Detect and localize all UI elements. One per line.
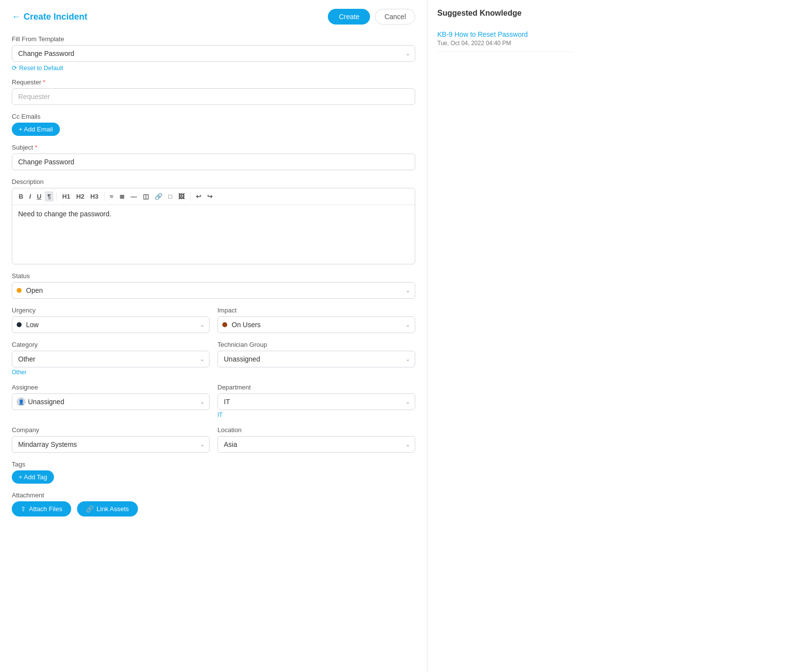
company-select[interactable]: Mindarray Systems <box>12 436 210 453</box>
urgency-select[interactable]: Low <box>12 316 210 333</box>
attachment-label: Attachment <box>12 491 415 499</box>
h3-button[interactable]: H3 <box>88 191 101 202</box>
template-select[interactable]: Change Password <box>12 45 415 62</box>
kb-date: Tue, Oct 04, 2022 04:40 PM <box>437 40 574 47</box>
redo-button[interactable]: ↪ <box>205 191 215 202</box>
hr-button[interactable]: — <box>128 191 139 202</box>
impact-label: Impact <box>217 307 415 314</box>
cc-emails-label: Cc Emails <box>12 113 415 120</box>
impact-section: Impact On Users ⌄ <box>217 307 415 333</box>
attachment-section: Attachment ⇧ Attach Files 🔗 Link Assets <box>12 491 415 517</box>
ol-button[interactable]: ≣ <box>117 191 127 202</box>
impact-select-wrapper: On Users ⌄ <box>217 316 415 333</box>
table-button[interactable]: ◫ <box>140 191 151 202</box>
back-link[interactable]: ← Create Incident <box>12 12 87 22</box>
status-dot <box>17 288 22 293</box>
assignee-department-row: Assignee Unassigned 👤 ⌄ Department IT ⌄ <box>12 384 415 418</box>
technician-group-label: Technician Group <box>217 341 415 348</box>
image-button[interactable]: 🖼 <box>176 191 187 202</box>
link-icon: 🔗 <box>86 505 94 513</box>
template-label: Fill From Template <box>12 35 415 43</box>
assignee-select-wrapper: Unassigned 👤 ⌄ <box>12 393 210 410</box>
h2-button[interactable]: H2 <box>74 191 87 202</box>
attach-icon: ⇧ <box>21 505 26 513</box>
category-hint: Other <box>12 369 210 376</box>
link-assets-button[interactable]: 🔗 Link Assets <box>77 501 138 517</box>
urgency-dot <box>17 322 22 327</box>
urgency-section: Urgency Low ⌄ <box>12 307 210 333</box>
kb-link[interactable]: KB-9 How to Reset Password <box>437 30 574 38</box>
undo-button[interactable]: ↩ <box>193 191 204 202</box>
location-select[interactable]: Asia <box>217 436 415 453</box>
link-button[interactable]: 🔗 <box>152 191 165 202</box>
technician-group-select[interactable]: Unassigned <box>217 351 415 367</box>
requester-label: Requester * <box>12 78 415 86</box>
tags-label: Tags <box>12 461 415 468</box>
department-select-wrapper: IT ⌄ <box>217 393 415 410</box>
add-email-button[interactable]: + Add Email <box>12 123 60 136</box>
page-title: Create Incident <box>24 12 87 22</box>
toolbar-sep-1 <box>56 192 57 201</box>
assignee-section: Assignee Unassigned 👤 ⌄ <box>12 384 210 418</box>
category-select-wrapper: Other ⌄ <box>12 351 210 367</box>
urgency-select-wrapper: Low ⌄ <box>12 316 210 333</box>
technician-group-select-wrapper: Unassigned ⌄ <box>217 351 415 367</box>
assignee-select[interactable]: Unassigned <box>12 393 210 410</box>
category-label: Category <box>12 341 210 348</box>
subject-input[interactable] <box>12 154 415 170</box>
status-section: Status Open ⌄ <box>12 272 415 299</box>
status-label: Status <box>12 272 415 280</box>
technician-group-section: Technician Group Unassigned ⌄ <box>217 341 415 376</box>
requester-section: Requester * <box>12 78 415 105</box>
ul-button[interactable]: ≡ <box>107 191 116 202</box>
impact-dot <box>222 322 227 327</box>
impact-select[interactable]: On Users <box>217 316 415 333</box>
add-tag-button[interactable]: + Add Tag <box>12 470 54 484</box>
description-label: Description <box>12 178 415 185</box>
description-section: Description B I U ¶ H1 H2 H3 ≡ ≣ — ◫ 🔗 <box>12 178 415 264</box>
company-section: Company Mindarray Systems ⌄ <box>12 426 210 453</box>
italic-button[interactable]: I <box>27 191 33 202</box>
paragraph-button[interactable]: ¶ <box>45 191 53 202</box>
category-techgroup-row: Category Other ⌄ Other Technician Group … <box>12 341 415 376</box>
back-arrow-icon: ← <box>12 12 21 22</box>
status-select-wrapper: Open ⌄ <box>12 282 415 299</box>
cancel-button[interactable]: Cancel <box>375 9 415 25</box>
department-label: Department <box>217 384 415 391</box>
company-location-row: Company Mindarray Systems ⌄ Location Asi… <box>12 426 415 453</box>
category-select[interactable]: Other <box>12 351 210 367</box>
assignee-avatar: 👤 <box>17 397 26 406</box>
description-editor[interactable]: Need to change the password. <box>12 205 415 264</box>
kb-item: KB-9 How to Reset Password Tue, Oct 04, … <box>437 26 574 52</box>
embed-button[interactable]: □ <box>166 191 175 202</box>
editor-container: B I U ¶ H1 H2 H3 ≡ ≣ — ◫ 🔗 □ 🖼 <box>12 188 415 264</box>
editor-toolbar: B I U ¶ H1 H2 H3 ≡ ≣ — ◫ 🔗 □ 🖼 <box>12 188 415 205</box>
attach-files-button[interactable]: ⇧ Attach Files <box>12 501 71 517</box>
requester-required: * <box>41 78 46 86</box>
location-select-wrapper: Asia ⌄ <box>217 436 415 453</box>
h1-button[interactable]: H1 <box>60 191 73 202</box>
header-actions: Create Cancel <box>328 9 415 25</box>
department-select[interactable]: IT <box>217 393 415 410</box>
bold-button[interactable]: B <box>16 191 26 202</box>
underline-button[interactable]: U <box>34 191 44 202</box>
sidebar: Suggested Knowledge KB-9 How to Reset Pa… <box>427 0 584 672</box>
subject-label: Subject * <box>12 144 415 151</box>
company-select-wrapper: Mindarray Systems ⌄ <box>12 436 210 453</box>
department-hint: IT <box>217 412 415 418</box>
template-select-wrapper: Change Password ⌄ <box>12 45 415 62</box>
create-button[interactable]: Create <box>328 9 370 25</box>
reset-label: Reset to Default <box>19 65 63 72</box>
reset-to-default-link[interactable]: ⟳ Reset to Default <box>12 64 63 72</box>
reset-icon: ⟳ <box>12 64 17 72</box>
location-label: Location <box>217 426 415 434</box>
cc-emails-section: Cc Emails + Add Email <box>12 113 415 136</box>
fill-from-template-section: Fill From Template Change Password ⌄ <box>12 35 415 62</box>
page-header: ← Create Incident Create Cancel <box>12 9 415 25</box>
requester-input[interactable] <box>12 88 415 105</box>
department-section: Department IT ⌄ IT <box>217 384 415 418</box>
status-select[interactable]: Open <box>12 282 415 299</box>
assignee-label: Assignee <box>12 384 210 391</box>
subject-required: * <box>33 144 37 151</box>
category-section: Category Other ⌄ Other <box>12 341 210 376</box>
